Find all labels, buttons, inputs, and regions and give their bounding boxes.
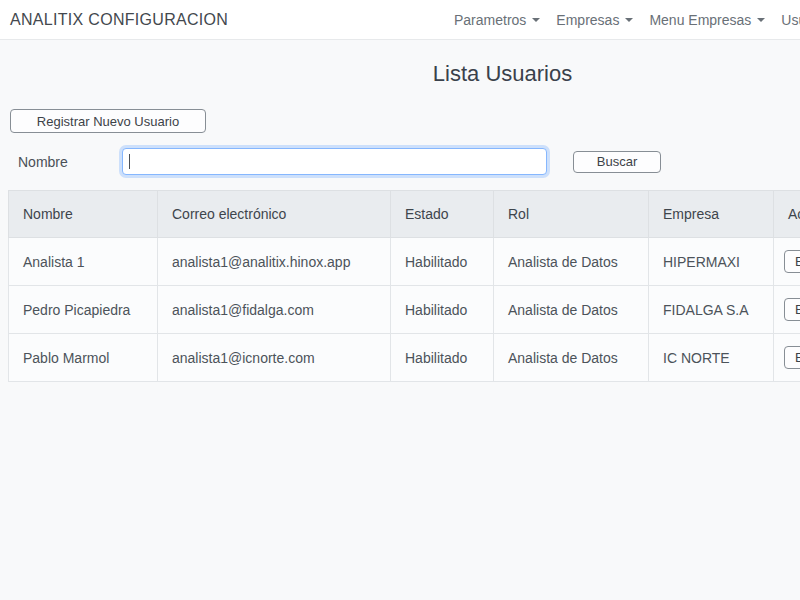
register-new-user-button[interactable]: Registrar Nuevo Usuario [10, 109, 206, 133]
chevron-down-icon [532, 18, 540, 22]
users-table: Nombre Correo electrónico Estado Rol Emp… [8, 190, 800, 382]
col-header-rol: Rol [494, 191, 649, 238]
edit-user-button[interactable]: Editar [784, 346, 800, 369]
search-button[interactable]: Buscar [573, 151, 661, 173]
cell-nombre: Pablo Marmol [9, 334, 158, 382]
edit-user-button[interactable]: Editar [784, 298, 800, 321]
search-name-input[interactable] [122, 148, 547, 175]
top-navbar: ANALITIX CONFIGURACION Parametros Empres… [0, 0, 800, 40]
cell-rol: Analista de Datos [494, 238, 649, 286]
nav-item-parametros[interactable]: Parametros [446, 12, 548, 28]
chevron-down-icon [625, 18, 633, 22]
brand-title[interactable]: ANALITIX CONFIGURACION [10, 0, 228, 40]
table-row: Pedro Picapiedra analista1@fidalga.com H… [9, 286, 800, 334]
table-header-row: Nombre Correo electrónico Estado Rol Emp… [9, 191, 800, 238]
chevron-down-icon [757, 18, 765, 22]
col-header-acciones: Acciones [774, 191, 800, 238]
cell-estado: Habilitado [391, 286, 494, 334]
nav-item-label: Empresas [556, 12, 619, 28]
main-content: Lista Usuarios Registrar Nuevo Usuario N… [0, 61, 800, 382]
nav-item-menu-empresas[interactable]: Menu Empresas [641, 12, 773, 28]
cell-rol: Analista de Datos [494, 334, 649, 382]
cell-rol: Analista de Datos [494, 286, 649, 334]
cell-estado: Habilitado [391, 238, 494, 286]
cell-empresa: HIPERMAXI [649, 238, 774, 286]
search-row: Nombre Buscar [0, 148, 800, 175]
col-header-empresa: Empresa [649, 191, 774, 238]
nav-item-empresas[interactable]: Empresas [548, 12, 641, 28]
nav-item-label: Menu Empresas [649, 12, 751, 28]
col-header-correo: Correo electrónico [158, 191, 391, 238]
col-header-estado: Estado [391, 191, 494, 238]
cell-empresa: FIDALGA S.A [649, 286, 774, 334]
text-cursor [129, 154, 130, 169]
cell-acciones: Editar [774, 286, 800, 334]
cell-correo: analista1@icnorte.com [158, 334, 391, 382]
main-nav: Parametros Empresas Menu Empresas Usuari… [446, 0, 800, 40]
table-row: Analista 1 analista1@analitix.hinox.app … [9, 238, 800, 286]
cell-acciones: Editar [774, 238, 800, 286]
cell-estado: Habilitado [391, 334, 494, 382]
cell-correo: analista1@fidalga.com [158, 286, 391, 334]
cell-nombre: Analista 1 [9, 238, 158, 286]
cell-nombre: Pedro Picapiedra [9, 286, 158, 334]
page-title: Lista Usuarios [0, 61, 800, 87]
cell-correo: analista1@analitix.hinox.app [158, 238, 391, 286]
cell-empresa: IC NORTE [649, 334, 774, 382]
cell-acciones: Editar [774, 334, 800, 382]
col-header-nombre: Nombre [9, 191, 158, 238]
search-name-label: Nombre [18, 154, 122, 170]
nav-item-label: Usuario y [781, 12, 800, 28]
nav-item-label: Parametros [454, 12, 526, 28]
table-row: Pablo Marmol analista1@icnorte.com Habil… [9, 334, 800, 382]
nav-item-usuario[interactable]: Usuario y [773, 12, 800, 28]
edit-user-button[interactable]: Editar [784, 250, 800, 273]
search-input-wrap [122, 148, 547, 175]
